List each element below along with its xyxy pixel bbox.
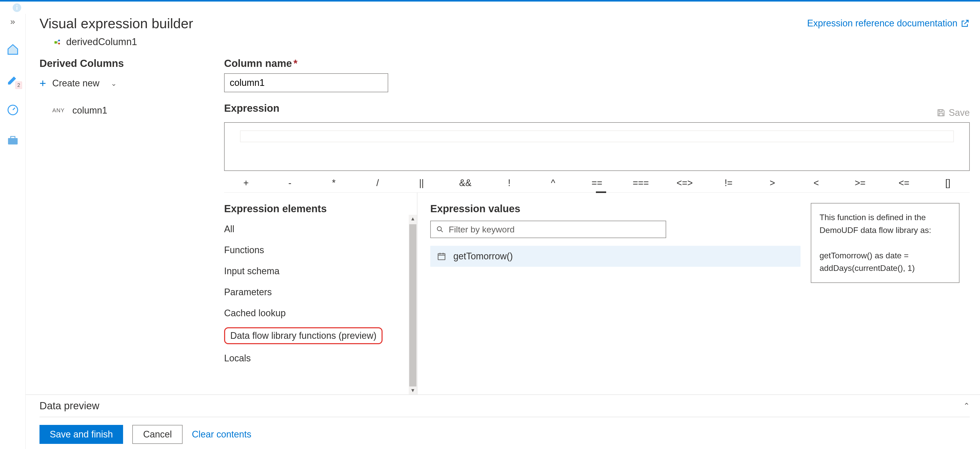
chevron-up-icon: ⌃ [963, 401, 970, 410]
operator-button[interactable]: > [751, 173, 794, 192]
expression-reference-link[interactable]: Expression reference documentation [807, 18, 970, 29]
home-icon[interactable] [6, 42, 20, 57]
save-and-finish-button[interactable]: Save and finish [40, 425, 123, 444]
external-link-icon [961, 19, 970, 28]
create-new-label: Create new [52, 78, 100, 89]
reference-link-label: Expression reference documentation [807, 18, 958, 29]
column-name-input[interactable] [224, 73, 388, 92]
column-name-label-text: Column name [224, 58, 292, 69]
toolbox-icon[interactable] [6, 133, 20, 148]
operator-button[interactable]: ^ [531, 173, 575, 192]
node-name: derivedColumn1 [66, 36, 137, 48]
scroll-down-icon[interactable]: ▼ [409, 387, 417, 394]
data-preview-toggle[interactable]: Data preview ⌃ [40, 400, 970, 417]
expression-element-item[interactable]: Data flow library functions (preview) [224, 327, 383, 344]
svg-rect-2 [16, 5, 17, 6]
operator-row: +-*/||&&!^=====<=>!=><>=<=[] [224, 173, 970, 193]
expression-editor[interactable] [224, 122, 970, 171]
body: Derived Columns + Create new ⌄ ANY colum… [25, 48, 980, 394]
operator-button[interactable]: <=> [663, 173, 707, 192]
expression-elements-list: AllFunctionsInput schemaParametersCached… [224, 222, 417, 365]
svg-rect-10 [939, 113, 943, 116]
operator-button[interactable]: <= [882, 173, 926, 192]
cancel-button[interactable]: Cancel [132, 425, 183, 444]
expression-element-item[interactable]: Locals [224, 351, 417, 365]
operator-button[interactable]: ! [487, 173, 531, 192]
date-icon [437, 252, 446, 261]
expression-values-panel: Expression values Filter by keyword getT… [417, 193, 970, 394]
pencil-icon[interactable]: 2 [6, 73, 20, 87]
values-column: Expression values Filter by keyword getT… [430, 203, 800, 394]
svg-rect-12 [438, 254, 445, 260]
operator-button[interactable]: === [619, 173, 663, 192]
create-new-button[interactable]: + Create new ⌄ [40, 77, 224, 90]
lower-panels: Expression elements AllFunctionsInput sc… [210, 193, 970, 394]
rail-expand-icon[interactable]: » [10, 16, 15, 26]
header-row: Visual expression builder derivedColumn1… [25, 14, 980, 48]
expression-element-item[interactable]: Functions [224, 243, 417, 257]
resize-handle[interactable] [596, 192, 606, 193]
column-name-label: Column name* [224, 58, 970, 69]
operator-button[interactable]: [] [926, 173, 970, 192]
clear-contents-link[interactable]: Clear contents [192, 429, 251, 440]
svg-rect-5 [11, 136, 15, 138]
rail-badge: 2 [15, 81, 22, 89]
expression-element-item[interactable]: Cached lookup [224, 306, 417, 320]
svg-rect-9 [939, 110, 942, 112]
info-icon-row [0, 2, 980, 14]
operator-button[interactable]: / [356, 173, 399, 192]
scrollbar[interactable]: ▲ ▼ [409, 215, 417, 394]
expression-line[interactable] [240, 130, 954, 142]
bottom-bar: Data preview ⌃ Save and finish Cancel Cl… [25, 394, 980, 449]
svg-rect-8 [59, 43, 60, 44]
operator-button[interactable]: - [268, 173, 312, 192]
expression-element-item[interactable]: Input schema [224, 264, 417, 278]
operator-button[interactable]: == [575, 173, 619, 192]
page-title: Visual expression builder [40, 15, 193, 31]
data-preview-label: Data preview [40, 400, 99, 412]
right-column: Column name* Expression Save +-*/||&&!^=… [224, 58, 980, 394]
derived-column-icon [53, 37, 62, 47]
filter-placeholder: Filter by keyword [449, 224, 515, 235]
expression-element-item[interactable]: All [224, 222, 417, 236]
plus-icon: + [40, 77, 46, 90]
expression-elements-heading: Expression elements [224, 203, 417, 214]
column-list-item[interactable]: ANY column1 [40, 105, 224, 116]
operator-button[interactable]: && [443, 173, 487, 192]
derived-columns-heading: Derived Columns [40, 58, 224, 69]
column-item-name: column1 [72, 105, 107, 116]
expression-value-item[interactable]: getTomorrow() [430, 246, 800, 267]
scroll-up-icon[interactable]: ▲ [409, 215, 417, 223]
operator-button[interactable]: < [794, 173, 838, 192]
gauge-icon[interactable] [6, 103, 20, 117]
expression-label: Expression [224, 103, 280, 114]
operator-button[interactable]: >= [838, 173, 882, 192]
content: Visual expression builder derivedColumn1… [25, 14, 980, 449]
scroll-thumb[interactable] [409, 224, 417, 387]
svg-rect-1 [16, 7, 17, 10]
expression-elements-panel: Expression elements AllFunctionsInput sc… [210, 193, 417, 394]
svg-rect-7 [59, 40, 60, 41]
left-rail: » 2 [0, 14, 25, 449]
save-icon [936, 108, 946, 117]
operator-button[interactable]: || [399, 173, 443, 192]
info-icon [12, 3, 22, 13]
expression-element-item[interactable]: Parameters [224, 285, 417, 299]
expression-values-heading: Expression values [430, 203, 800, 214]
derived-columns-panel: Derived Columns + Create new ⌄ ANY colum… [40, 58, 224, 394]
svg-point-11 [437, 227, 441, 231]
type-badge: ANY [52, 107, 65, 114]
transform-node: derivedColumn1 [40, 31, 193, 48]
footer-actions: Save and finish Cancel Clear contents [40, 417, 970, 444]
save-expression-button[interactable]: Save [936, 107, 970, 118]
operator-button[interactable]: != [707, 173, 751, 192]
filter-input[interactable]: Filter by keyword [430, 221, 666, 238]
operator-button[interactable]: * [312, 173, 356, 192]
tooltip-line2: getTomorrow() as date = addDays(currentD… [819, 249, 951, 275]
tooltip-line1: This function is defined in the DemoUDF … [819, 211, 951, 236]
operator-button[interactable]: + [224, 173, 268, 192]
function-tooltip: This function is defined in the DemoUDF … [811, 203, 959, 283]
svg-rect-6 [55, 41, 57, 44]
search-icon [436, 225, 444, 233]
save-label: Save [949, 107, 970, 118]
